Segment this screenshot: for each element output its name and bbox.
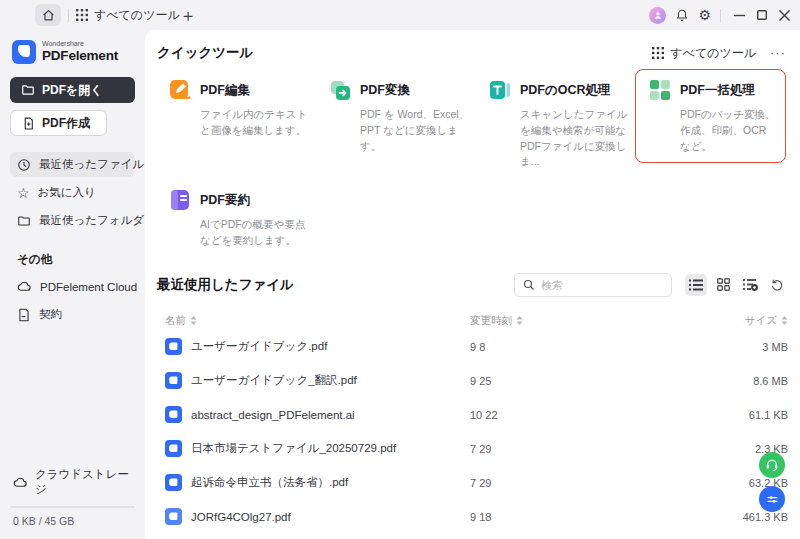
filter-list-button[interactable] <box>739 274 761 296</box>
file-size: 8.6 MB <box>630 375 788 387</box>
brand-wondershare: Wondershare <box>42 40 118 47</box>
tool-pdf-summary[interactable]: PDF要約 AIでPDFの概要や要点などを要約します。 <box>168 186 328 259</box>
settings-sliders-button[interactable] <box>759 486 785 512</box>
pdfelement-logo-icon <box>12 40 36 64</box>
pdf-ocr-icon <box>488 78 512 102</box>
pdf-summary-icon <box>168 188 192 212</box>
create-pdf-button[interactable]: PDF作成 <box>10 110 107 136</box>
tool-name: PDF変換 <box>360 82 410 99</box>
pdf-file-icon <box>165 440 182 457</box>
maximize-button[interactable] <box>757 10 767 20</box>
ai-file-icon <box>165 406 182 423</box>
cloud-storage-icon <box>13 475 28 490</box>
sidebar-item-label: 最近使ったファイル <box>39 157 144 172</box>
user-avatar[interactable] <box>649 7 666 24</box>
pdf-batch-icon <box>648 78 672 102</box>
cloud-storage-label: クラウドストレージ <box>35 467 132 497</box>
tool-name: PDFのOCR処理 <box>520 82 611 99</box>
tool-desc: PDFのバッチ変換、作成、印刷、OCRなど。 <box>680 107 777 154</box>
file-name: ユーザーガイドブック_翻訳.pdf <box>191 373 357 388</box>
list-view-button[interactable] <box>685 274 707 296</box>
table-row[interactable]: ユーザーガイドブック_翻訳.pdf 9 25 8.6 MB <box>165 364 788 398</box>
notifications-bell-icon[interactable] <box>675 8 689 22</box>
search-input[interactable] <box>541 279 663 291</box>
quick-tools-title: クイックツール <box>157 44 253 62</box>
tab-all-tools[interactable]: すべてのツール <box>76 7 180 24</box>
tab-all-tools-label: すべてのツール <box>94 7 180 24</box>
grid-icon <box>652 47 664 59</box>
tool-name: PDF要約 <box>200 192 250 209</box>
star-icon: ☆ <box>17 186 30 200</box>
clock-icon <box>17 158 31 172</box>
tool-desc: スキャンしたファイルを編集や検索が可能なPDFファイルに変換しま... <box>520 107 632 170</box>
divider <box>720 9 721 22</box>
file-time: 10 22 <box>470 409 630 421</box>
file-plus-icon <box>22 117 35 130</box>
storage-usage-text: 0 KB / 45 GB <box>10 515 135 527</box>
cloud-icon <box>17 279 32 294</box>
recent-files-table: 名前 変更時刻 サイズ ユーザーガイドブック.pdf 9 8 3 <box>165 312 788 534</box>
main-content: クイックツール すべてのツール ··· PDF編集 <box>145 30 800 539</box>
sidebar-item-label: お気に入り <box>38 185 96 200</box>
tool-pdf-convert[interactable]: PDF変換 PDF を Word、Excel、PPT などに変換します。 <box>328 76 488 180</box>
grid-icon <box>76 9 88 21</box>
tool-desc: PDF を Word、Excel、PPT などに変換します。 <box>360 107 472 154</box>
table-row[interactable]: ユーザーガイドブック.pdf 9 8 3 MB <box>165 330 788 364</box>
title-bar: すべてのツール ＋ ⚙ <box>0 0 800 30</box>
tool-pdf-batch[interactable]: PDF一括処理 PDFのバッチ変換、作成、印刷、OCRなど。 <box>635 69 786 163</box>
refresh-icon[interactable] <box>766 274 788 296</box>
brand-pdfelement: PDFelement <box>42 49 118 63</box>
file-size: 3 MB <box>630 341 788 353</box>
open-pdf-label: PDFを開く <box>42 82 103 99</box>
sidebar-item-recent-files[interactable]: 最近使ったファイル <box>10 152 135 177</box>
new-tab-button[interactable]: ＋ <box>176 3 200 27</box>
file-name: ユーザーガイドブック.pdf <box>191 339 327 354</box>
contract-icon <box>17 308 31 322</box>
column-name-header[interactable]: 名前 <box>165 314 186 328</box>
recent-files-title: 最近使用したファイル <box>157 276 294 294</box>
grid-view-button[interactable] <box>712 274 734 296</box>
search-box[interactable] <box>514 273 672 297</box>
table-row[interactable]: 日本市場テストファイル_20250729.pdf 7 29 2.3 KB <box>165 432 788 466</box>
file-name: 日本市場テストファイル_20250729.pdf <box>191 441 396 456</box>
minimize-button[interactable] <box>734 10 745 21</box>
sidebar-item-pdfelement-cloud[interactable]: PDFelement Cloud <box>10 274 135 299</box>
column-size-header[interactable]: サイズ <box>745 314 777 328</box>
column-time-header[interactable]: 変更時刻 <box>470 314 512 328</box>
sidebar-item-contract[interactable]: 契約 <box>10 302 135 327</box>
sidebar-item-label: 契約 <box>39 307 62 322</box>
pdf-file-icon <box>165 508 182 525</box>
sidebar-section-other: その他 <box>17 252 135 267</box>
app-logo: Wondershare PDFelement <box>12 40 135 64</box>
tool-desc: ファイル内のテキストと画像を編集します。 <box>200 107 312 139</box>
open-pdf-button[interactable]: PDFを開く <box>10 77 135 103</box>
sidebar-item-recent-folders[interactable]: 最近使ったフォルダ <box>10 208 135 233</box>
sidebar-item-favorites[interactable]: ☆ お気に入り <box>10 180 135 205</box>
file-time: 7 29 <box>470 443 630 455</box>
home-tab[interactable] <box>35 4 61 26</box>
close-button[interactable] <box>779 10 790 21</box>
settings-gear-icon[interactable]: ⚙ <box>698 8 711 22</box>
support-headset-button[interactable] <box>759 452 785 478</box>
menu-icon[interactable] <box>10 8 28 22</box>
cloud-storage-panel: クラウドストレージ 0 KB / 45 GB <box>10 467 135 527</box>
tool-pdf-edit[interactable]: PDF編集 ファイル内のテキストと画像を編集します。 <box>168 76 328 180</box>
home-icon <box>42 9 55 22</box>
table-row[interactable]: JORfG4COlg27.pdf 9 18 461.3 KB <box>165 500 788 534</box>
file-time: 9 18 <box>470 511 630 523</box>
cloud-storage-row[interactable]: クラウドストレージ <box>10 467 135 497</box>
all-tools-link[interactable]: すべてのツール <box>652 45 756 62</box>
sort-icon[interactable] <box>516 316 523 325</box>
sort-icon[interactable] <box>781 316 788 325</box>
table-row[interactable]: abstract_design_PDFelement.ai 10 22 61.1… <box>165 398 788 432</box>
sort-icon[interactable] <box>190 316 197 325</box>
pdf-file-icon <box>165 474 182 491</box>
table-row[interactable]: 起诉命令申立书（法务省）.pdf 7 29 63.2 KB <box>165 466 788 500</box>
pdf-convert-icon <box>328 78 352 102</box>
file-time: 9 25 <box>470 375 630 387</box>
search-icon <box>523 279 535 291</box>
tool-name: PDF編集 <box>200 82 250 99</box>
tool-pdf-ocr[interactable]: PDFのOCR処理 スキャンしたファイルを編集や検索が可能なPDFファイルに変換… <box>488 76 648 180</box>
more-icon[interactable]: ··· <box>770 49 786 57</box>
pdf-edit-icon <box>168 78 192 102</box>
